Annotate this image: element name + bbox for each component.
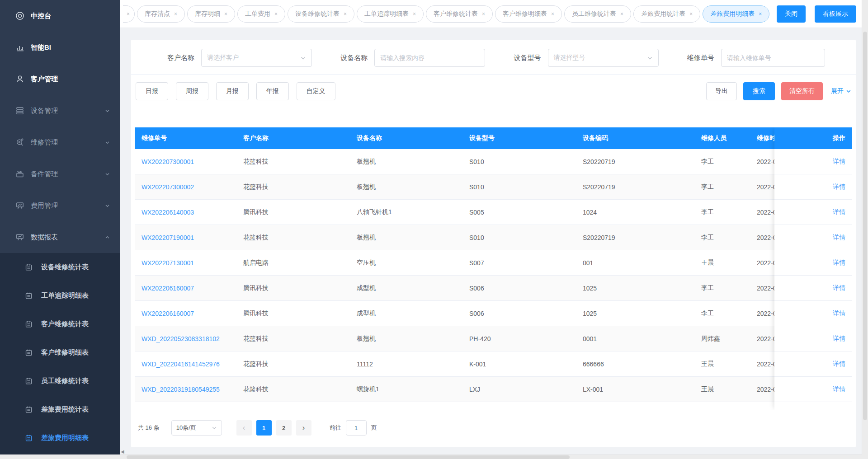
repair-order-link[interactable]: WX202206140003 <box>142 209 194 216</box>
filter-device-model: 设备型号 请选择型号 <box>509 49 683 67</box>
sidebar-subitem[interactable]: 差旅费用明细表 <box>0 424 120 452</box>
sidebar-item-console[interactable]: 中控台 <box>0 0 120 32</box>
cell-repair-order: WX202206160007 <box>135 310 236 317</box>
cell-model: K-001 <box>462 361 576 368</box>
tab-pill[interactable]: 客户维修明细表 × <box>495 5 562 23</box>
tab-pill[interactable]: 库存明细 × <box>187 5 235 23</box>
sidebar-subitem[interactable]: 员工维修统计表 <box>0 367 120 395</box>
close-tab-icon[interactable]: × <box>274 11 278 17</box>
page-button-2[interactable]: 2 <box>276 420 292 436</box>
close-tab-icon[interactable]: × <box>551 11 554 17</box>
close-button[interactable]: 关闭 <box>777 5 806 23</box>
repair-order-link[interactable]: WXD_20220416141452976 <box>142 361 220 368</box>
report-period-button[interactable]: 年报 <box>256 82 289 100</box>
report-period-button[interactable]: 月报 <box>216 82 249 100</box>
detail-link[interactable]: 详情 <box>833 385 845 393</box>
cell-staff: 王晨 <box>694 385 750 393</box>
repair-order-link[interactable]: WX202207300002 <box>142 183 194 191</box>
sidebar-item-reports[interactable]: 数据报表 <box>0 221 120 253</box>
page-size-select[interactable]: 10条/页 <box>171 420 222 436</box>
prev-page-button[interactable]: ‹ <box>236 420 252 436</box>
cell-action: 详情 <box>774 200 852 225</box>
open-tabs: × 库存清点 × 库存明细 × 工单费用 × 设备维修统计表 × <box>123 5 770 23</box>
sidebar-subitem[interactable]: 客户维修明细表 <box>0 338 120 367</box>
cell-staff: 李工 <box>694 309 750 318</box>
horizontal-scrollbar-thumb[interactable] <box>127 455 570 459</box>
device-model-select[interactable]: 请选择型号 <box>548 49 659 67</box>
cell-code: S20220719 <box>576 158 694 165</box>
tab-pill[interactable]: 工单追踪明细表 × <box>357 5 424 23</box>
next-page-button[interactable]: › <box>296 420 311 436</box>
sidebar-subitem[interactable]: 客户维修统计表 <box>0 310 120 338</box>
device-name-input[interactable] <box>374 49 485 67</box>
cell-action: 详情 <box>774 250 852 276</box>
close-tab-icon[interactable]: × <box>689 11 693 17</box>
board-display-button[interactable]: 看板展示 <box>815 5 856 23</box>
report-panel: 客户名称 请选择客户 设备名称 设备型号 请选择型号 维修单号 <box>131 40 856 447</box>
repair-order-link[interactable]: WX202207130001 <box>142 259 194 267</box>
horizontal-scrollbar[interactable] <box>0 454 862 459</box>
tab-pill[interactable]: 库存清点 × <box>137 5 185 23</box>
repair-order-link[interactable]: WXD_20220319180549255 <box>142 386 220 393</box>
fixed-action-cells: 详情 详情 详情 详情 详情 <box>774 149 852 402</box>
close-tab-icon[interactable]: × <box>174 11 177 17</box>
detail-link[interactable]: 详情 <box>833 208 845 216</box>
customer-select[interactable]: 请选择客户 <box>201 49 312 67</box>
sidebar-subitem[interactable]: 设备维修统计表 <box>0 253 120 281</box>
sidebar-item-repair[interactable]: 维修管理 <box>0 126 120 158</box>
detail-link[interactable]: 详情 <box>833 158 845 166</box>
close-tab-icon[interactable]: × <box>413 11 416 17</box>
repair-order-link[interactable]: WX202206160007 <box>142 285 194 292</box>
clear-all-button[interactable]: 清空所有 <box>781 82 823 100</box>
repair-order-link[interactable]: WX202206160007 <box>142 310 194 317</box>
detail-link[interactable]: 详情 <box>833 259 845 267</box>
detail-link[interactable]: 详情 <box>833 335 845 343</box>
repair-order-input[interactable] <box>721 49 825 67</box>
expand-link[interactable]: 展开 <box>829 87 851 95</box>
report-period-button[interactable]: 自定义 <box>297 82 335 100</box>
detail-link[interactable]: 详情 <box>833 309 845 318</box>
cell-repair-order: WX202207190001 <box>135 234 236 241</box>
sidebar-subitem[interactable]: 工单追踪明细表 <box>0 281 120 310</box>
repair-order-link[interactable]: WXD_20220523083318102 <box>142 335 220 342</box>
repair-order-link[interactable]: WX202207190001 <box>142 234 194 241</box>
vertical-scrollbar[interactable] <box>862 0 868 454</box>
close-tab-icon[interactable]: × <box>224 11 227 17</box>
page-size-value: 10条/页 <box>176 424 196 432</box>
close-tab-icon[interactable]: × <box>344 11 347 17</box>
vertical-scrollbar-thumb[interactable] <box>863 32 867 420</box>
close-tab-icon[interactable]: × <box>620 11 623 17</box>
cell-customer: 腾讯科技 <box>236 284 350 292</box>
tab-pill[interactable]: 客户维修统计表 × <box>426 5 493 23</box>
search-button[interactable]: 搜索 <box>743 82 775 100</box>
repair-order-link[interactable]: WX202207300001 <box>142 158 194 165</box>
table-row: WX202206140003 腾讯科技 八轴飞针机1 S005 1024 李工 … <box>135 200 852 225</box>
close-tab-icon[interactable]: × <box>482 11 485 17</box>
tab-pill[interactable]: 差旅费用明细表 × <box>703 5 769 23</box>
goto-page-input[interactable] <box>346 420 367 436</box>
sidebar-subitem[interactable]: 差旅费用统计表 <box>0 395 120 424</box>
sidebar-item-devices[interactable]: 设备管理 <box>0 95 120 126</box>
detail-link[interactable]: 详情 <box>833 234 845 242</box>
tab-pill[interactable]: 差旅费用统计表 × <box>633 5 700 23</box>
sidebar-item-spare-parts[interactable]: 备件管理 <box>0 158 120 190</box>
report-period-button[interactable]: 周报 <box>176 82 208 100</box>
detail-link[interactable]: 详情 <box>833 360 845 368</box>
close-tab-icon[interactable]: × <box>759 11 762 17</box>
detail-link[interactable]: 详情 <box>833 284 845 292</box>
detail-link[interactable]: 详情 <box>833 183 845 191</box>
page-button-1[interactable]: 1 <box>256 420 272 436</box>
sidebar-item-bi[interactable]: 智能BI <box>0 32 120 63</box>
tab-pill[interactable]: 工单费用 × <box>237 5 285 23</box>
report-period-button[interactable]: 日报 <box>136 82 168 100</box>
tab-pill[interactable]: × <box>123 5 135 23</box>
collapse-left-icon[interactable]: ◀ <box>121 449 124 454</box>
customer-icon <box>15 75 24 84</box>
tab-pill[interactable]: 员工维修统计表 × <box>564 5 631 23</box>
close-tab-icon[interactable]: × <box>127 11 130 17</box>
sidebar-item-expenses[interactable]: 费用管理 <box>0 190 120 221</box>
sidebar-item-customers[interactable]: 客户管理 <box>0 63 120 95</box>
tab-pill[interactable]: 设备维修统计表 × <box>288 5 354 23</box>
filter-label: 客户名称 <box>163 54 194 62</box>
export-button[interactable]: 导出 <box>706 82 737 100</box>
